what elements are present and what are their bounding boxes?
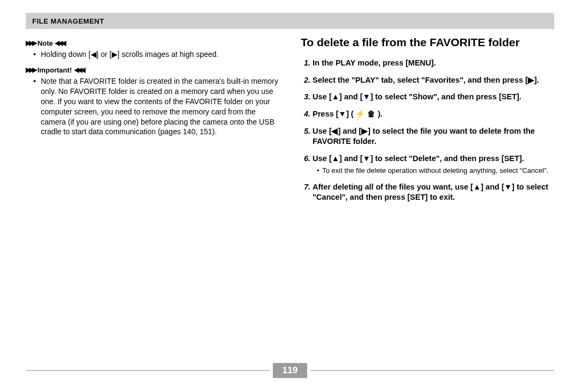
note-body: Holding down [◀] or [▶] scrolls images a…	[26, 49, 279, 60]
step-6-sub: To exit the file delete operation withou…	[313, 166, 554, 176]
step-5: Use [◀] and [▶] to select the file you w…	[313, 126, 554, 147]
footer-rule-right	[310, 370, 554, 371]
left-column: ▶▶▶ Note ◀◀◀ Holding down [◀] or [▶] scr…	[26, 35, 279, 209]
page-number: 119	[273, 363, 307, 378]
note-bullet: Holding down [◀] or [▶] scrolls images a…	[39, 49, 279, 60]
fastforward-icon: ▶▶▶	[26, 66, 35, 74]
manual-page: File Management ▶▶▶ Note ◀◀◀ Holding dow…	[0, 0, 580, 392]
section-header-bar: File Management	[26, 13, 554, 29]
rewind-icon: ◀◀◀	[74, 66, 84, 74]
important-label: ▶▶▶ Important! ◀◀◀	[26, 66, 279, 75]
note-label-text: Note	[38, 39, 53, 47]
note-label: ▶▶▶ Note ◀◀◀	[26, 39, 279, 48]
footer-rule-left	[26, 370, 270, 371]
step-1: In the PLAY mode, press [MENU].	[313, 58, 554, 69]
rewind-icon: ◀◀◀	[55, 39, 64, 47]
step-2: Select the "PLAY" tab, select "Favorites…	[313, 75, 554, 86]
right-column: To delete a file from the FAVORITE folde…	[301, 35, 554, 209]
important-bullet: Note that a FAVORITE folder is created i…	[39, 76, 279, 137]
procedure-title: To delete a file from the FAVORITE folde…	[301, 35, 554, 49]
step-4: Press [▼] ( ⚡ 🗑 ).	[313, 109, 554, 120]
step-3: Use [▲] and [▼] to select "Show", and th…	[313, 92, 554, 103]
two-column-layout: ▶▶▶ Note ◀◀◀ Holding down [◀] or [▶] scr…	[26, 35, 554, 209]
important-body: Note that a FAVORITE folder is created i…	[26, 76, 279, 137]
section-header-title: File Management	[32, 17, 104, 25]
page-footer: 119	[26, 363, 554, 378]
step-7: After deleting all of the files you want…	[313, 182, 554, 203]
procedure-steps: In the PLAY mode, press [MENU]. Select t…	[301, 58, 554, 203]
important-label-text: Important!	[38, 66, 72, 74]
step-6: Use [▲] and [▼] to select "Delete", and …	[313, 154, 554, 176]
fastforward-icon: ▶▶▶	[26, 39, 35, 47]
